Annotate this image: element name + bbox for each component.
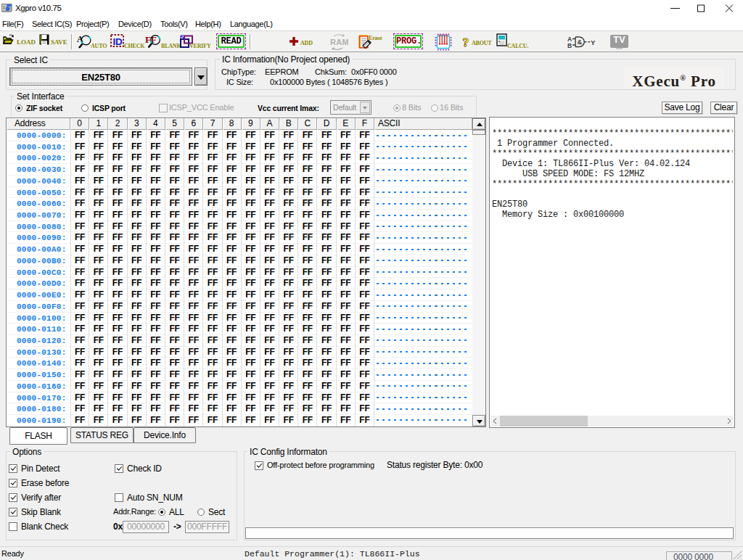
svg-text:ID: ID bbox=[113, 36, 123, 47]
svg-text:&: & bbox=[578, 38, 583, 46]
svg-text:RAM: RAM bbox=[330, 38, 348, 46]
svg-text:Y: Y bbox=[591, 38, 596, 46]
svg-text:?: ? bbox=[463, 36, 469, 49]
svg-text:B: B bbox=[567, 42, 572, 49]
